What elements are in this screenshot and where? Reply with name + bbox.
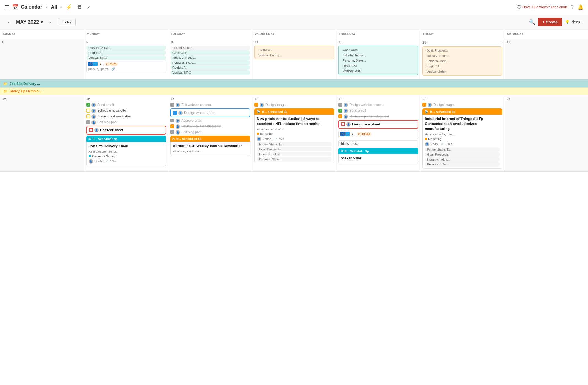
chip-region-all10[interactable]: Region: All xyxy=(170,65,250,70)
task-check-review19[interactable]: ✓ xyxy=(338,114,342,118)
task-review-blog17[interactable]: ✓ 👤 Review + publish blog post xyxy=(170,124,250,129)
chip-goal18[interactable]: Goal: Prospects xyxy=(257,147,332,151)
export-button[interactable]: ↗ xyxy=(86,3,92,11)
task-schedule-newsletter[interactable]: 👤 Schedule newsletter xyxy=(86,108,166,113)
chip-region11[interactable]: Region: All xyxy=(256,47,332,52)
chip-vertical-mro10[interactable]: Vertical: MRO xyxy=(170,70,250,75)
task-send-email[interactable]: ✓ 👤 Send email xyxy=(86,103,166,107)
calendar-icon: 📅 xyxy=(12,4,18,10)
chip-persona13[interactable]: Persona: John ... xyxy=(424,59,500,63)
chip-persona-steve[interactable]: Persona: Steve... xyxy=(86,46,166,50)
display-button[interactable]: 🖥 xyxy=(76,3,83,11)
chip-funnel18[interactable]: Funnel Stage: T... xyxy=(257,142,332,146)
chip-funnel20[interactable]: Funnel Stage: T... xyxy=(425,147,500,152)
day11-card[interactable]: Region: All Vertical: Energy... xyxy=(254,46,334,59)
task-approve-email[interactable]: − 👤 Approve email xyxy=(170,118,250,123)
task-label-schedule: Schedule newsletter xyxy=(97,108,127,113)
task-label-design-tear: Design tear sheet xyxy=(352,122,380,127)
chip-goal-calls[interactable]: Goal: Calls xyxy=(170,50,250,55)
task-check-design-tear[interactable] xyxy=(341,122,345,126)
edit-tear-sheet-card[interactable]: 👤 Edit tear sheet xyxy=(86,126,166,135)
chip-vertical12[interactable]: Vertical: MRO xyxy=(341,69,416,73)
scheduled-banner-19[interactable]: ✉ E... Schedul... 3p Stakeholder xyxy=(338,148,418,164)
chip-industry13[interactable]: Industry: Indust... xyxy=(424,54,500,58)
nav-view-chevron[interactable]: ▾ xyxy=(60,5,62,9)
banner-safety-tips-text: Safety Tips Promo ... xyxy=(10,89,42,93)
design-tear-sheet-card[interactable]: 👤 Design tear sheet xyxy=(338,120,418,129)
day13-card[interactable]: Goal: Prospects Industry: Indust... Pers… xyxy=(422,46,502,76)
search-button[interactable]: 🔍 xyxy=(529,19,535,25)
task-edit-blog17[interactable]: − 👤 Edit blog post xyxy=(170,130,250,135)
day-num-11: 11 xyxy=(254,40,334,44)
task-check-approve[interactable]: − xyxy=(170,119,174,122)
chip-persona12[interactable]: Persona: Steve... xyxy=(341,58,416,63)
task-design-images18[interactable]: − 👤 Design images xyxy=(254,103,334,107)
chat-link[interactable]: 💬 Have Questions? Let's chat! xyxy=(517,5,567,9)
task-send-email19[interactable]: ✓ 👤 Send email xyxy=(338,108,418,113)
day-cell-21: 21 xyxy=(504,95,588,171)
chip-industry20[interactable]: Industry: Indust... xyxy=(425,157,500,162)
chip-persona-steve10[interactable]: Persona: Steve... xyxy=(170,60,250,65)
current-month[interactable]: MAY 2022 ▾ xyxy=(16,19,43,25)
chip-vertical-mro[interactable]: Vertical: MRO xyxy=(86,55,166,60)
task-review19[interactable]: ✓ 👤 Review + publish blog post xyxy=(338,114,418,119)
chip-vertical11[interactable]: Vertical: Energy... xyxy=(256,53,332,57)
chip-industry18[interactable]: Industry: Indust... xyxy=(257,152,332,156)
task-check-blog[interactable]: − xyxy=(86,120,90,124)
task-check-images18[interactable]: − xyxy=(254,103,258,107)
social-card-9[interactable]: B 🐦 B... ⏱ 2:22p {how-to} {perm... 🔗 xyxy=(86,60,166,73)
task-edit-blog[interactable]: − 👤 Edit blog post xyxy=(86,120,166,125)
chip-region12[interactable]: Region: All xyxy=(341,63,416,68)
today-button[interactable]: Today xyxy=(58,18,76,26)
task-check-website19[interactable]: − xyxy=(338,103,342,107)
filter-button[interactable]: ⚡ xyxy=(65,3,73,11)
task-check-tear[interactable] xyxy=(89,128,93,132)
task-check-blog17[interactable]: − xyxy=(170,130,174,134)
task-check-images20[interactable]: − xyxy=(422,103,426,107)
add-event-13[interactable]: + xyxy=(500,40,502,45)
avatar-blog: 👤 xyxy=(91,120,96,125)
help-button[interactable]: ? xyxy=(571,4,574,10)
task-label-review19: Review + publish blog post xyxy=(349,114,389,119)
chip-funnel[interactable]: Funnel Stage: ... xyxy=(170,46,250,50)
chip-industry12[interactable]: Industry: Indust... xyxy=(341,53,416,57)
chip-persona20[interactable]: Persona: John ... xyxy=(425,162,500,167)
task-edit-website[interactable]: − 👤 Edit website content xyxy=(170,103,250,107)
task-design-images20[interactable]: − 👤 Design images xyxy=(422,103,502,107)
task-check-review17[interactable]: ✓ xyxy=(170,124,174,128)
chip-goal13[interactable]: Goal: Prospects xyxy=(424,48,500,53)
create-button[interactable]: + Create xyxy=(538,18,562,26)
chip-goal12[interactable]: Goal: Calls xyxy=(341,48,416,52)
newsletter-card-20[interactable]: 📡 B... Scheduled 9a Industrial Internet … xyxy=(422,108,502,169)
design-white-paper-card[interactable]: − 👤 Design white paper xyxy=(170,108,250,117)
social-card-19[interactable]: B 🐦 B... ⏱ 10:56a xyxy=(338,130,418,139)
banner-safety-tips[interactable]: 📁 Safety Tips Promo ... xyxy=(0,87,588,95)
prev-month-button[interactable]: ‹ xyxy=(6,18,12,26)
task-check-send-email[interactable]: ✓ xyxy=(86,103,90,107)
ideas-button[interactable]: 💡 Ideas › xyxy=(565,20,582,24)
banner-job-site[interactable]: 📁 Job Site Delivery ... xyxy=(0,80,588,87)
chip-region-all[interactable]: Region: All xyxy=(86,50,166,55)
social-header-19: B 🐦 B... ⏱ 10:56a xyxy=(340,132,416,136)
hamburger-icon[interactable]: ☰ xyxy=(4,4,9,10)
next-month-button[interactable]: › xyxy=(47,18,53,26)
chat-text: Have Questions? Let's chat! xyxy=(522,5,567,9)
chip-region13[interactable]: Region: All xyxy=(424,64,500,68)
nav-view[interactable]: All xyxy=(51,4,57,10)
chip-goal20[interactable]: Goal: Prospects xyxy=(425,152,500,157)
task-stage-test[interactable]: 👤 Stage + test newsletter xyxy=(86,114,166,119)
newsletter-card-17[interactable]: N N... Scheduled 8a Borderline Bi-Weekly… xyxy=(170,136,250,156)
chip-industry[interactable]: Industry: Indust... xyxy=(170,55,250,60)
task-check-stage[interactable] xyxy=(86,114,90,118)
task-check-send19[interactable]: ✓ xyxy=(338,109,342,113)
task-check-website[interactable]: − xyxy=(170,103,174,107)
chip-vertical13[interactable]: Vertical: Safety xyxy=(424,69,500,74)
task-design-website19[interactable]: − 👤 Design website content xyxy=(338,103,418,107)
day12-card[interactable]: Goal: Calls Industry: Indust... Persona:… xyxy=(338,46,418,75)
bell-button[interactable]: 🔔 xyxy=(578,4,584,10)
task-check-schedule[interactable] xyxy=(86,109,90,113)
chip-persona18[interactable]: Persona: Steve... xyxy=(257,157,332,161)
newsletter-card-18[interactable]: 📡 B... Scheduled 9a New product introduc… xyxy=(254,108,334,163)
newsletter-card-16[interactable]: ✉ E... Scheduled 9a Job Site Delivery Em… xyxy=(86,136,166,166)
task-check-whitepaper[interactable]: − xyxy=(173,111,177,115)
